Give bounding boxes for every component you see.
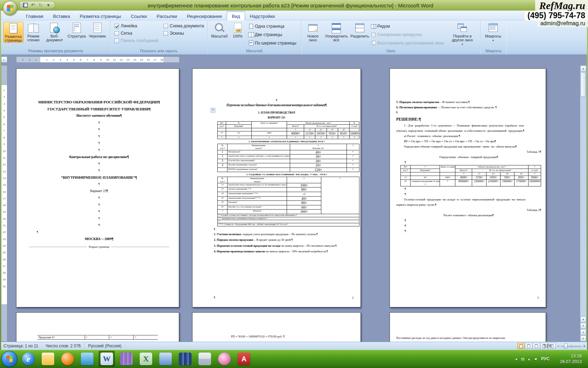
checkbox-линейка[interactable]: Линейка	[114, 23, 159, 28]
internet-explorer-icon[interactable]: e	[20, 351, 36, 367]
zoom-level[interactable]: 51%	[544, 343, 552, 348]
разделить-button[interactable]: Разделить	[350, 22, 369, 38]
table-caption: Расчет·планового··объема·реализации¶	[396, 213, 541, 218]
hidden-icons-chevron[interactable]: ◂	[515, 357, 517, 361]
новое-окно-button[interactable]: Новое окно	[303, 22, 322, 42]
zoom-slider-thumb[interactable]	[564, 343, 567, 349]
volume-icon[interactable]: ◄	[533, 357, 537, 361]
next-page-button[interactable]: ⇟	[580, 335, 586, 341]
синхронная-прокрутка-button[interactable]: Синхронная прокрутка	[371, 32, 443, 37]
table-cell: Прочие·переменные·затраты¤	[227, 163, 290, 168]
pilcrow-mark: ¶	[405, 223, 541, 229]
tab-рассылки[interactable]: Рассылки	[152, 12, 182, 20]
одна-страница-button[interactable]: Одна страница	[248, 23, 296, 29]
acrobat-icon[interactable]: A	[236, 351, 252, 367]
tab-главная[interactable]: Главная	[21, 12, 48, 20]
table-cell: ¤	[346, 155, 359, 159]
tab-ссылки[interactable]: Ссылки	[126, 12, 152, 20]
word-taskbar-icon[interactable]: W	[99, 351, 115, 367]
checkbox-эскизы[interactable]: Эскизы	[163, 31, 204, 36]
table-cell: 4000¤	[455, 176, 472, 180]
checkbox-панель-сообщений[interactable]: Панель сообщений	[114, 38, 159, 43]
office-button[interactable]	[3, 1, 18, 15]
100%-button[interactable]: 100100%	[229, 22, 246, 38]
режим-чтения-button[interactable]: Режим чтения	[24, 22, 42, 42]
ruler-number: 9	[100, 58, 102, 61]
масштаб-button[interactable]: Масштаб	[210, 22, 229, 38]
previous-page-button[interactable]: ⇞	[580, 323, 586, 329]
assumption-item: 1.·Учетная·политика:·порядок·учета·реали…	[214, 232, 359, 238]
library-icon[interactable]	[177, 351, 193, 367]
scrollbar-thumb[interactable]	[581, 72, 586, 97]
tab-stop-selector[interactable]: ∟	[1, 56, 7, 63]
winrar-icon[interactable]	[118, 351, 134, 367]
ic-pagelayout-icon	[7, 22, 19, 34]
paint-icon[interactable]	[216, 351, 232, 367]
button-label: Восстановить расположение окна	[377, 41, 443, 46]
group-label: Окно	[301, 49, 480, 53]
ruler-number: 3	[22, 58, 23, 61]
по-ширине-страницы-button[interactable]: По ширине страницы	[248, 40, 296, 46]
start-button[interactable]	[1, 351, 18, 367]
table-cell: 190000¤	[500, 180, 514, 186]
веб-документ-button[interactable]: Веб-документ	[43, 22, 66, 42]
zoom-slider-track[interactable]	[561, 346, 582, 347]
checkbox-icon	[163, 31, 168, 36]
zoom-badge: 100	[236, 29, 241, 33]
language-indicator[interactable]: РУС	[541, 356, 550, 361]
структура-button[interactable]: Структура	[67, 22, 86, 38]
table-cell	[440, 172, 455, 176]
table-cell	[218, 168, 227, 172]
status-page-indicator[interactable]: Страница: 1 из 11	[0, 342, 42, 350]
status-language[interactable]: Русский (Россия)	[85, 342, 125, 350]
tab-вставка[interactable]: Вставка	[48, 12, 75, 20]
chart-app-icon[interactable]	[158, 351, 174, 367]
vertical-ruler[interactable]: 1234567891011121314151617181920212223242…	[1, 65, 7, 342]
macros-button[interactable]: Макросы ▾	[483, 22, 504, 42]
redo-button[interactable]: ↻	[37, 2, 44, 8]
update-tray-icon[interactable]: ▴	[528, 357, 530, 361]
table-move-handle[interactable]: +	[211, 108, 215, 113]
table-cell: Изделия¤	[226, 125, 252, 128]
zoom-out-button[interactable]: −	[556, 345, 560, 348]
vertical-scrollbar[interactable]: ▲ ▼ ⇞ ● ⇟	[580, 65, 587, 342]
taskbar-clock[interactable]: 13:28 26.07.2013	[560, 353, 582, 364]
checkbox-сетка[interactable]: Сетка	[114, 31, 159, 36]
keyboard-tray-icon[interactable]: ▤	[521, 357, 524, 361]
save-button[interactable]	[22, 2, 28, 8]
status-view-веб-документ[interactable]	[533, 343, 540, 349]
calculator-icon[interactable]	[197, 351, 213, 367]
scroll-up-button[interactable]: ▲	[580, 66, 586, 71]
table-cell: п.п.¤	[401, 169, 411, 172]
folder-icon[interactable]	[40, 351, 56, 367]
tab-рецензирование[interactable]: Рецензирование	[182, 12, 227, 20]
horizontal-ruler[interactable]: 321123456789101112131415161718	[16, 56, 180, 63]
tab-вид[interactable]: Вид	[227, 12, 245, 20]
zoom-in-button[interactable]: +	[582, 345, 586, 348]
select-browse-object-button[interactable]: ●	[580, 329, 586, 335]
tab-разметка-страницы[interactable]: Разметка страницы	[75, 12, 126, 20]
status-view-разметка-страницы[interactable]	[517, 343, 525, 349]
status-view-режим-чтения[interactable]	[525, 343, 532, 349]
scroll-down-button[interactable]: ▼	[580, 316, 586, 322]
рядом-button[interactable]: Рядом	[371, 23, 443, 29]
qat-customize-button[interactable]: ▾	[45, 2, 51, 8]
table-cell: В·т.ч.·по·кварталам¤	[472, 169, 528, 172]
browser-orange-icon[interactable]	[59, 351, 76, 367]
упорядочить-все-button[interactable]: Упорядочить все	[323, 22, 350, 42]
button-label: Одна страница	[255, 24, 284, 29]
excel-icon[interactable]: X	[138, 351, 154, 367]
восстановить-расположение-окна-button[interactable]: Восстановить расположение окна	[371, 40, 443, 46]
status-word-count[interactable]: Число слов: 2 076	[42, 342, 85, 350]
switch-window-button[interactable]: Перейти в другое окно ▾	[448, 22, 477, 46]
table-reference: Таблица·2¶	[396, 207, 541, 213]
table-cell: ¤	[218, 210, 227, 214]
две-страницы-button[interactable]: Две страницы	[248, 32, 296, 37]
checkbox-схема-документа[interactable]: Схема документа	[163, 23, 204, 28]
doc-line: ¶	[29, 140, 169, 147]
messenger-icon[interactable]	[79, 351, 95, 367]
разметка-страницы-button[interactable]: Разметка страницы	[3, 22, 23, 43]
tab-надстройки[interactable]: Надстройки	[245, 12, 280, 20]
черновик-button[interactable]: Черновик	[87, 22, 107, 38]
undo-button[interactable]: ↶	[30, 2, 36, 8]
